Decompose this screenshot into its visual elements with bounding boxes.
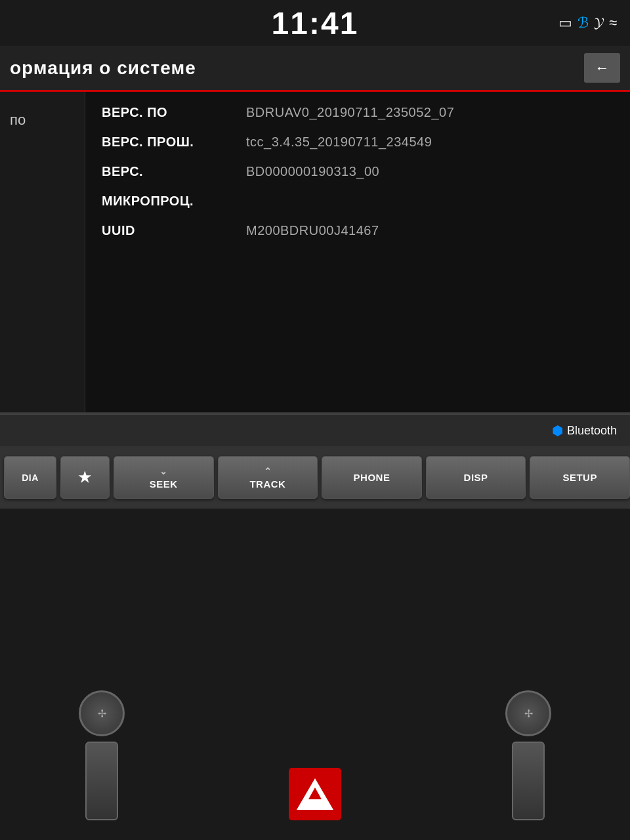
bluetooth-text: Bluetooth [567,424,617,438]
version-value: BD000000190313_00 [246,164,379,179]
back-button[interactable]: ← [584,53,620,83]
setup-button[interactable]: SETUP [530,456,630,499]
hazard-button[interactable] [289,768,341,820]
phone-button[interactable]: PHONE [322,456,422,499]
left-vent-knob[interactable]: ✢ [79,690,125,736]
content-area: по ВЕРС. ПО BDRUAV0_20190711_235052_07 В… [0,92,630,412]
sw-version-value: BDRUAV0_20190711_235052_07 [246,105,454,120]
hardware-buttons-row: DIA ★ ⌄ SEEK ⌃ TRACK PHONE DISP SETUP [0,446,630,509]
wifi-icon: ≈ [609,14,617,32]
status-bar: 11:41 ▭ ℬ 𝓨 ≈ [0,0,630,46]
disp-button-label: DISP [464,472,488,483]
dia-button-label: DIA [22,472,39,483]
track-button-label: TRACK [249,478,285,490]
title-bar: ормация о системе ← [0,46,630,92]
disp-button[interactable]: DISP [426,456,526,499]
bluetooth-label-bar: ⬢ Bluetooth [0,413,630,446]
infotainment-screen: ормация о системе ← по ВЕРС. ПО BDRUAV0_… [0,46,630,413]
info-row-fw-version: ВЕРС. ПРОШ. tcc_3.4.35_20190711_234549 [102,135,614,150]
right-vent-knob[interactable]: ✢ [505,690,551,736]
seek-down-icon: ⌄ [159,466,168,476]
seek-button-label: SEEK [150,478,178,490]
bottom-controls: ✢ ✢ [0,690,630,820]
info-row-cpu: МИКРОПРОЦ. [102,194,614,209]
info-row-uuid: UUID M200BDRU00J41467 [102,223,614,238]
left-volume-slider[interactable] [85,742,118,820]
fw-version-value: tcc_3.4.35_20190711_234549 [246,135,432,150]
seek-button[interactable]: ⌄ SEEK [114,456,214,499]
info-row-sw-version: ВЕРС. ПО BDRUAV0_20190711_235052_07 [102,105,614,120]
hazard-triangle-icon [297,778,333,810]
sidebar-item: по [0,105,35,135]
right-volume-slider[interactable] [512,742,545,820]
physical-unit: ⬢ Bluetooth DIA ★ ⌄ SEEK ⌃ TRACK PHONE D… [0,413,630,840]
vent-icon-left: ✢ [98,707,106,720]
fw-version-label: ВЕРС. ПРОШ. [102,135,246,150]
vent-icon-right: ✢ [524,707,533,720]
clock: 11:41 [272,5,359,41]
track-up-icon: ⌃ [264,466,272,476]
signal-bars-icon: 𝓨 [594,14,604,32]
version-label: ВЕРС. [102,164,246,179]
phone-button-label: PHONE [354,472,390,483]
dia-button[interactable]: DIA [4,456,56,499]
cpu-label: МИКРОПРОЦ. [102,194,246,209]
lower-physical-controls: ✢ ✢ [0,509,630,840]
battery-icon: ▭ [558,14,572,32]
uuid-value: M200BDRU00J41467 [246,223,379,238]
setup-button-label: SETUP [562,472,597,483]
status-icons: ▭ ℬ 𝓨 ≈ [558,14,617,32]
bluetooth-icon: ⬢ [552,423,563,438]
info-row-version: ВЕРС. BD000000190313_00 [102,164,614,179]
favorites-button[interactable]: ★ [60,456,110,499]
bluetooth-status-icon: ℬ [578,14,589,32]
sw-version-label: ВЕРС. ПО [102,105,246,120]
uuid-label: UUID [102,223,246,238]
screen-title: ормация о системе [10,58,196,79]
left-sidebar: по [0,92,85,412]
bluetooth-label: ⬢ Bluetooth [552,423,617,438]
system-info-table: ВЕРС. ПО BDRUAV0_20190711_235052_07 ВЕРС… [85,92,630,412]
track-button[interactable]: ⌃ TRACK [218,456,318,499]
star-icon: ★ [78,469,92,486]
